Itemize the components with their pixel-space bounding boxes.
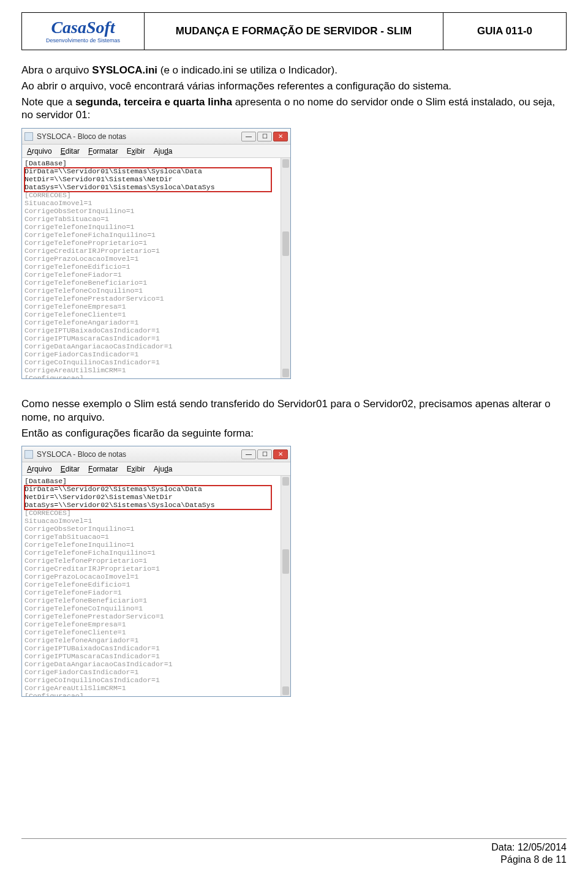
menu-item[interactable]: Arquivo bbox=[27, 147, 52, 156]
paragraph-5: Então as configurações ficarão da seguin… bbox=[21, 427, 567, 440]
footer-date: Data: 12/05/2014 bbox=[21, 841, 567, 854]
scrollbar[interactable] bbox=[281, 476, 290, 696]
menu-item[interactable]: Exibir bbox=[127, 147, 145, 156]
maximize-button[interactable]: ☐ bbox=[257, 132, 272, 141]
notepad-content: [DataBase] DirData=\\Servidor02\Sistemas… bbox=[22, 476, 290, 696]
notepad-icon bbox=[24, 132, 33, 141]
minimize-button[interactable]: — bbox=[241, 132, 256, 141]
scrollbar[interactable] bbox=[281, 158, 290, 378]
notepad-icon bbox=[24, 450, 33, 459]
menu-item[interactable]: Editar bbox=[61, 465, 80, 473]
paragraph-3: Note que a segunda, terceira e quarta li… bbox=[21, 96, 567, 122]
notepad-window-2: SYSLOCA - Bloco de notas — ☐ ✕ ArquivoEd… bbox=[21, 446, 291, 697]
p3-bold: segunda, terceira e quarta linha bbox=[75, 96, 232, 108]
window-buttons: — ☐ ✕ bbox=[241, 449, 288, 459]
notepad-titlebar: SYSLOCA - Bloco de notas — ☐ ✕ bbox=[22, 446, 290, 462]
scroll-thumb[interactable] bbox=[282, 549, 289, 574]
document-header: CasaSoft Desenvolvimento de Sistemas MUD… bbox=[21, 12, 567, 50]
close-button[interactable]: ✕ bbox=[273, 449, 288, 459]
notepad-window-1: SYSLOCA - Bloco de notas — ☐ ✕ ArquivoEd… bbox=[21, 128, 291, 379]
notepad-titlebar: SYSLOCA - Bloco de notas — ☐ ✕ bbox=[22, 129, 290, 145]
logo-text: CasaSoft bbox=[51, 19, 115, 36]
page-footer: Data: 12/05/2014 Página 8 de 11 bbox=[21, 838, 567, 866]
notepad-text-lines: [DataBase] DirData=\\Servidor01\Sistemas… bbox=[22, 158, 281, 378]
document-title: MUDANÇA E FORMAÇÃO DE SERVIDOR - SLIM bbox=[145, 13, 443, 50]
logo-subtitle: Desenvolvimento de Sistemas bbox=[46, 37, 120, 43]
menu-item[interactable]: Arquivo bbox=[27, 465, 52, 473]
scroll-up-icon[interactable] bbox=[282, 477, 289, 486]
scroll-thumb[interactable] bbox=[282, 231, 289, 256]
filename-bold: SYSLOCA.ini bbox=[92, 64, 157, 76]
scroll-up-icon[interactable] bbox=[282, 159, 289, 168]
paragraph-2: Ao abrir o arquivo, você encontrará vári… bbox=[21, 80, 567, 93]
notepad-text-lines: [DataBase] DirData=\\Servidor02\Sistemas… bbox=[22, 476, 281, 696]
notepad-menubar: ArquivoEditarFormatarExibirAjuda bbox=[22, 462, 290, 476]
menu-item[interactable]: Ajuda bbox=[154, 147, 173, 156]
close-button[interactable]: ✕ bbox=[273, 132, 288, 141]
notepad-menubar: ArquivoEditarFormatarExibirAjuda bbox=[22, 145, 290, 158]
menu-item[interactable]: Formatar bbox=[88, 147, 118, 156]
minimize-button[interactable]: — bbox=[241, 449, 256, 459]
notepad-title-text: SYSLOCA - Bloco de notas bbox=[37, 132, 241, 141]
maximize-button[interactable]: ☐ bbox=[257, 449, 272, 459]
guide-code: GUIA 011-0 bbox=[443, 13, 566, 50]
p3-pre: Note que a bbox=[21, 96, 75, 108]
menu-item[interactable]: Ajuda bbox=[154, 465, 173, 473]
paragraph-4: Como nesse exemplo o Slim está sendo tra… bbox=[21, 397, 567, 424]
menu-item[interactable]: Exibir bbox=[127, 465, 145, 473]
paragraph-1: Abra o arquivo SYSLOCA.ini (e o indicado… bbox=[21, 64, 567, 77]
notepad-title-text: SYSLOCA - Bloco de notas bbox=[37, 450, 241, 459]
scroll-down-icon[interactable] bbox=[282, 369, 289, 377]
menu-item[interactable]: Formatar bbox=[88, 465, 118, 473]
scroll-down-icon[interactable] bbox=[282, 686, 289, 695]
menu-item[interactable]: Editar bbox=[61, 147, 80, 156]
notepad-content: [DataBase] DirData=\\Servidor01\Sistemas… bbox=[22, 158, 290, 378]
footer-page: Página 8 de 11 bbox=[21, 854, 567, 866]
logo-cell: CasaSoft Desenvolvimento de Sistemas bbox=[22, 13, 145, 50]
window-buttons: — ☐ ✕ bbox=[241, 132, 288, 141]
